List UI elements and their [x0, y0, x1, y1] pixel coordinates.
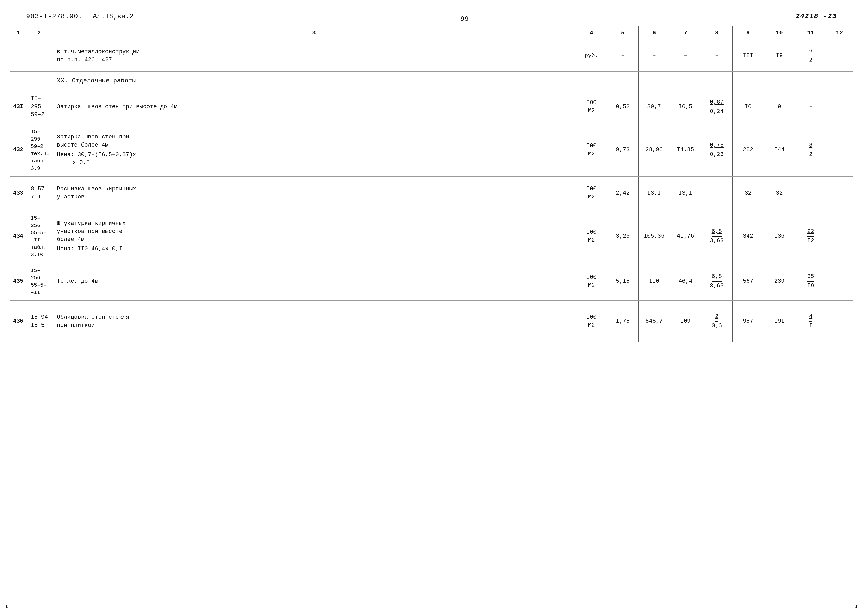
- sh-col4: [576, 72, 607, 90]
- col-header-5: 5: [607, 26, 639, 40]
- sh-col1: [11, 72, 26, 90]
- r434-col9: 342: [732, 211, 764, 262]
- r435-col10: 239: [764, 263, 795, 300]
- sh-col8: [701, 72, 732, 90]
- r436-col6: 546,7: [639, 301, 670, 343]
- sh-col2: [26, 72, 52, 90]
- r434-col6: I05,36: [639, 211, 670, 262]
- r436-col11: 4 I: [795, 301, 827, 343]
- r436-col3: Облицовка стен стеклян– ной плиткой: [52, 301, 576, 343]
- r436-col8: 2 0,6: [701, 301, 732, 343]
- pre-col6: –: [639, 41, 670, 71]
- col-header-12: 12: [827, 26, 852, 40]
- col-header-9: 9: [732, 26, 764, 40]
- r432-col2: I5–295 59–2 тех.ч. табл. 3.9: [26, 124, 52, 176]
- r434-col12: [827, 211, 852, 262]
- r436-col7: I09: [670, 301, 701, 343]
- r433-col6: I3,I: [639, 176, 670, 210]
- r435-col4: I00 М2: [576, 263, 607, 300]
- bottom-right-mark: ┘: [855, 605, 858, 611]
- col-header-1: 1: [11, 26, 26, 40]
- r431-col1: 43I: [11, 90, 26, 124]
- r431-col2: I5–295 59–2: [26, 90, 52, 124]
- r436-col12: [827, 301, 852, 343]
- r435-col6: II0: [639, 263, 670, 300]
- r431-col6: 30,7: [639, 90, 670, 124]
- r432-col12: [827, 124, 852, 176]
- table-row: 433 8–57 7–I Расшивка швов кирпичных уча…: [11, 176, 852, 211]
- pre-col2: [26, 41, 52, 71]
- page-number: — 99 —: [134, 15, 796, 23]
- r434-col11: 22 I2: [795, 211, 827, 262]
- r435-col7: 46,4: [670, 263, 701, 300]
- r436-col1: 436: [11, 301, 26, 343]
- r435-col2: I5–256 55–5– –II: [26, 263, 52, 300]
- col-header-11: 11: [795, 26, 827, 40]
- sh-col11: [795, 72, 827, 90]
- r431-col9: I6: [732, 90, 764, 124]
- r431-col12: [827, 90, 852, 124]
- r434-col4: I00 М2: [576, 211, 607, 262]
- pre-section-row: в т.ч.металлоконструкции по п.п. 426, 42…: [11, 41, 852, 72]
- r433-col5: 2,42: [607, 176, 639, 210]
- col-header-4: 4: [576, 26, 607, 40]
- r435-col5: 5,I5: [607, 263, 639, 300]
- r434-col3: Штукатурка кирпичных участков при высоте…: [52, 211, 576, 262]
- pre-col7: –: [670, 41, 701, 71]
- col-header-2: 2: [26, 26, 52, 40]
- pre-col1: [11, 41, 26, 71]
- r434-col7: 4I,76: [670, 211, 701, 262]
- r433-col1: 433: [11, 176, 26, 210]
- sh-col9: [732, 72, 764, 90]
- page-header: 903-I-278.90. Ал.I8,кн.2 — 99 — 24218 -2…: [11, 8, 852, 26]
- r436-col10: I9I: [764, 301, 795, 343]
- r433-col10: 32: [764, 176, 795, 210]
- table-row: 436 I5–94 I5–5 Облицовка стен стеклян– н…: [11, 301, 852, 343]
- table-row: 43I I5–295 59–2 Затирка швов стен при вы…: [11, 90, 852, 124]
- r431-col4: I00 М2: [576, 90, 607, 124]
- sheet-ref: Ал.I8,кн.2: [93, 13, 134, 20]
- pre-col11: 6 2: [795, 41, 827, 71]
- r432-col3: Затирка швов стен при высоте более 4м Це…: [52, 124, 576, 176]
- r434-col5: 3,25: [607, 211, 639, 262]
- r432-col11: 8 2: [795, 124, 827, 176]
- r432-col1: 432: [11, 124, 26, 176]
- pre-col8: –: [701, 41, 732, 71]
- r431-col8: 0,87 0,24: [701, 90, 732, 124]
- sh-col3: XX. Отделочные работы: [52, 72, 576, 90]
- column-headers: 1 2 3 4 5 6 7 8 9 10 11 12: [11, 26, 852, 41]
- r431-col3: Затирка швов стен при высоте до 4м: [52, 90, 576, 124]
- table-row: 435 I5–256 55–5– –II То же, до 4м I00 М2…: [11, 263, 852, 301]
- table-row: 434 I5–256 55–5– –II табл. 3.I0 Штукатур…: [11, 211, 852, 263]
- pre-col3: в т.ч.металлоконструкции по п.п. 426, 42…: [52, 41, 576, 71]
- r435-col9: 567: [732, 263, 764, 300]
- r432-col7: I4,85: [670, 124, 701, 176]
- r435-col12: [827, 263, 852, 300]
- sh-col12: [827, 72, 852, 90]
- sh-col5: [607, 72, 639, 90]
- r433-col2: 8–57 7–I: [26, 176, 52, 210]
- page-right: 24218 -23: [796, 13, 837, 20]
- r433-col7: I3,I: [670, 176, 701, 210]
- r436-col4: I00 М2: [576, 301, 607, 343]
- col-header-10: 10: [764, 26, 795, 40]
- r433-col11: –: [795, 176, 827, 210]
- r435-col1: 435: [11, 263, 26, 300]
- pre-col4: руб.: [576, 41, 607, 71]
- col-header-3: 3: [52, 26, 576, 40]
- r434-col10: I36: [764, 211, 795, 262]
- r433-col8: –: [701, 176, 732, 210]
- r431-col7: I6,5: [670, 90, 701, 124]
- col-header-6: 6: [639, 26, 670, 40]
- r436-col9: 957: [732, 301, 764, 343]
- r435-col8: 6,8 3,63: [701, 263, 732, 300]
- r433-col12: [827, 176, 852, 210]
- doc-number: 903-I-278.90.: [26, 13, 82, 20]
- r436-col5: I,75: [607, 301, 639, 343]
- r434-col8: 6,8 3,63: [701, 211, 732, 262]
- pre-col10: I9: [764, 41, 795, 71]
- r431-col10: 9: [764, 90, 795, 124]
- sh-col6: [639, 72, 670, 90]
- sh-col7: [670, 72, 701, 90]
- r432-col8: 0,78 0,23: [701, 124, 732, 176]
